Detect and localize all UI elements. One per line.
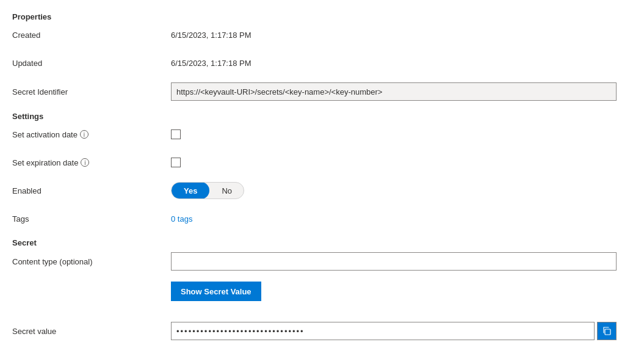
secret-section: Secret Content type (optional) Show Secr… [12,238,632,340]
enabled-label: Enabled [12,186,171,195]
secret-value-container [171,322,617,340]
expiration-date-row: Set expiration date i [12,154,632,171]
content-type-input[interactable] [171,252,617,271]
activation-checkbox[interactable] [171,129,181,139]
expiration-info-icon[interactable]: i [81,158,89,167]
tags-label: Tags [12,214,171,224]
toggle-no-option[interactable]: No [209,182,244,199]
copy-icon [602,326,612,336]
settings-title: Settings [12,112,632,121]
secret-value-row: Secret value [12,322,632,340]
secret-value-input[interactable] [171,322,595,340]
toggle-yes-option[interactable]: Yes [172,182,209,199]
secret-value-label: Secret value [12,327,171,336]
updated-label: Updated [12,59,171,68]
secret-identifier-label: Secret Identifier [12,87,171,96]
content-type-row: Content type (optional) [12,252,632,271]
enabled-row: Enabled Yes No [12,182,632,199]
secret-identifier-input[interactable] [171,82,617,101]
expiration-date-label: Set expiration date i [12,158,171,167]
properties-section: Properties Created 6/15/2023, 1:17:18 PM… [12,12,632,101]
created-row: Created 6/15/2023, 1:17:18 PM [12,26,632,43]
copy-secret-button[interactable] [597,322,617,340]
activation-date-label: Set activation date i [12,130,171,139]
settings-section: Settings Set activation date i Set expir… [12,112,632,227]
show-secret-button[interactable]: Show Secret Value [171,282,261,301]
show-secret-row: Show Secret Value [12,282,632,311]
updated-value: 6/15/2023, 1:17:18 PM [171,59,251,68]
secret-identifier-row: Secret Identifier [12,82,632,101]
tags-link[interactable]: 0 tags [171,214,192,224]
updated-row: Updated 6/15/2023, 1:17:18 PM [12,54,632,71]
properties-title: Properties [12,12,632,21]
created-value: 6/15/2023, 1:17:18 PM [171,31,251,40]
svg-rect-0 [605,329,610,335]
expiration-checkbox[interactable] [171,158,181,167]
activation-date-row: Set activation date i [12,126,632,143]
secret-title: Secret [12,238,632,247]
enabled-toggle[interactable]: Yes No [171,182,244,199]
content-type-label: Content type (optional) [12,257,171,266]
activation-info-icon[interactable]: i [80,130,89,139]
tags-row: Tags 0 tags [12,210,632,227]
created-label: Created [12,31,171,40]
